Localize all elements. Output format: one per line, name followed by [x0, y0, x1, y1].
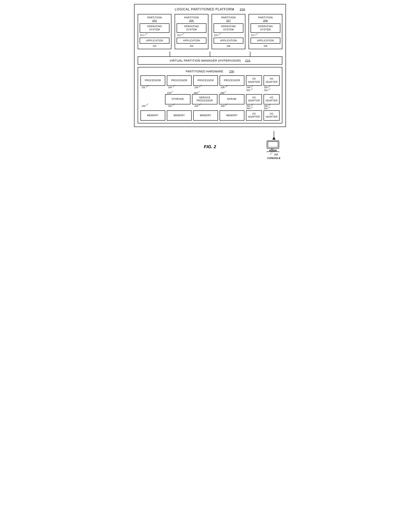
page: LOGICAL PARTITIONED PLATFORM 200 PARTITI… — [134, 4, 286, 159]
title-ref: 200 — [240, 8, 245, 11]
io-258-262: I/OADAPTER — [264, 94, 280, 104]
storage-row: STORAGE SERVICEPROCESSOR NVRAM I/OADAPTE… — [140, 94, 280, 104]
ref-244: 244 — [193, 105, 218, 110]
partitions-row: PARTITION203 OPERATINGSYSTEM 211 APPLICA… — [138, 14, 282, 49]
io-bot-right: I/OADAPTER — [264, 110, 280, 121]
partition-207-app: APPLICATION — [214, 38, 243, 44]
hypervisor-ref: 210 — [245, 59, 251, 62]
main-title: LOGICAL PARTITIONED PLATFORM 200 — [138, 8, 282, 11]
ref-234: 234 — [167, 86, 192, 91]
connector-3 — [250, 52, 250, 56]
nvram-box: NVRAM — [219, 94, 244, 104]
console-ref-row: 264 — [270, 153, 278, 156]
service-processor-box: SERVICEPROCESSOR — [192, 94, 217, 104]
partition-205-os-ref: 213 — [177, 34, 206, 36]
middle-row-refs: 270 290 298 — [140, 92, 280, 94]
partition-209-title: PARTITION209 — [251, 16, 280, 22]
console-ref-slash — [270, 152, 273, 155]
partition-207-app-ref: 206 — [214, 45, 243, 47]
partition-203-os: OPERATINGSYSTEM — [140, 23, 169, 33]
processor-refs: 232 234 236 238 248 — [140, 86, 280, 92]
processor-row: PROCESSOR PROCESSOR PROCESSOR PROCESSOR … — [140, 75, 280, 86]
partition-209: PARTITION209 OPERATINGSYSTEM 217 APPLICA… — [248, 14, 282, 49]
partition-207-title: PARTITION207 — [214, 16, 243, 22]
partition-205-app: APPLICATION — [177, 38, 206, 44]
ref-io-mid-right — [264, 92, 280, 94]
memory-244: MEMORY — [193, 110, 218, 121]
ref-246: 246 — [219, 105, 244, 110]
ref-256-260: 256 260 — [246, 105, 262, 110]
partition-207-os-ref: 215 — [214, 34, 243, 36]
console-label: CONSOLE — [267, 157, 281, 159]
ref-240: 240 — [140, 105, 165, 110]
partition-205-app-ref: 204 — [177, 45, 206, 47]
partition-207: PARTITION207 OPERATINGSYSTEM 215 APPLICA… — [212, 14, 245, 49]
ref-io-mid-left — [246, 92, 262, 94]
io-256-260: I/OADAPTER — [246, 94, 262, 104]
ref-270: 270 — [166, 92, 191, 94]
hypervisor-label: VIRTUAL PARTITION MANAGER (HYPERVISOR) — [170, 59, 241, 62]
hardware-ref: 230 — [229, 70, 234, 73]
processor-236: PROCESSOR — [193, 75, 218, 86]
partition-209-app-ref: 208 — [251, 45, 280, 47]
ref-232: 232 — [140, 86, 165, 91]
partition-203-os-ref: 211 — [140, 34, 169, 36]
storage-refs: 240 242 244 246 256 260 — [140, 104, 280, 110]
ref-250-254: 250 254 — [264, 86, 280, 91]
bottom-row: FIG. 2 — [134, 131, 286, 159]
fig-caption: FIG. 2 — [204, 144, 216, 150]
title-text: LOGICAL PARTITIONED PLATFORM — [175, 8, 234, 11]
memory-246: MEMORY — [219, 110, 244, 121]
svg-rect-1 — [268, 142, 278, 147]
partition-203-app: APPLICATION — [140, 38, 169, 44]
console-arrow — [272, 131, 275, 140]
partition-207-os: OPERATINGSYSTEM — [214, 23, 243, 33]
ref-238: 238 — [219, 86, 244, 91]
io-250-254: I/OADAPTER — [264, 75, 280, 86]
partition-205: PARTITION205 OPERATINGSYSTEM 213 APPLICA… — [175, 14, 208, 49]
memory-240: MEMORY — [140, 110, 165, 121]
console-ref-number: 264 — [274, 153, 278, 156]
hypervisor-box: VIRTUAL PARTITION MANAGER (HYPERVISOR) 2… — [138, 56, 282, 65]
empty-cell-1 — [140, 94, 164, 104]
partition-205-title: PARTITION205 — [177, 16, 206, 22]
ref-236: 236 — [193, 86, 218, 91]
io-248-252: I/OADAPTER — [246, 75, 262, 86]
hardware-label: PARTITIONED HARDWARE — [186, 70, 223, 73]
ref-258-262: 258 262 — [264, 105, 280, 110]
io-bot-left: I/OADAPTER — [246, 110, 262, 121]
storage-box: STORAGE — [165, 94, 191, 104]
memory-row: MEMORY MEMORY MEMORY MEMORY I/OADAPTER I… — [140, 110, 280, 121]
arrow-head — [272, 137, 275, 140]
hardware-title: PARTITIONED HARDWARE 230 — [140, 70, 280, 73]
memory-242: MEMORY — [167, 110, 192, 121]
processor-238: PROCESSOR — [219, 75, 244, 86]
connector-2 — [210, 52, 210, 56]
ref-242: 242 — [167, 105, 192, 110]
ref-248-252: 248 252 — [246, 86, 262, 91]
processor-232: PROCESSOR — [140, 75, 165, 86]
processor-234: PROCESSOR — [167, 75, 192, 86]
svg-rect-3 — [270, 150, 276, 151]
outer-box: LOGICAL PARTITIONED PLATFORM 200 PARTITI… — [134, 4, 286, 127]
connector-lines — [138, 52, 282, 56]
console-svg — [266, 141, 282, 152]
partition-203-title: PARTITION203 — [140, 16, 169, 22]
svg-rect-2 — [271, 148, 273, 150]
empty-col1 — [140, 92, 165, 94]
hardware-box: PARTITIONED HARDWARE 230 PROCESSOR PROCE… — [138, 67, 282, 123]
partition-203-app-ref: 202 — [140, 45, 169, 47]
partition-209-os-ref: 217 — [251, 34, 280, 36]
partition-209-os: OPERATINGSYSTEM — [251, 23, 280, 33]
ref-290: 290 — [193, 92, 218, 94]
console-area: 264 CONSOLE — [266, 131, 282, 159]
ref-298: 298 — [219, 92, 244, 94]
partition-203: PARTITION203 OPERATINGSYSTEM 211 APPLICA… — [138, 14, 172, 49]
partition-205-os: OPERATINGSYSTEM — [177, 23, 206, 33]
connector-1 — [170, 52, 170, 56]
partition-209-app: APPLICATION — [251, 38, 280, 44]
